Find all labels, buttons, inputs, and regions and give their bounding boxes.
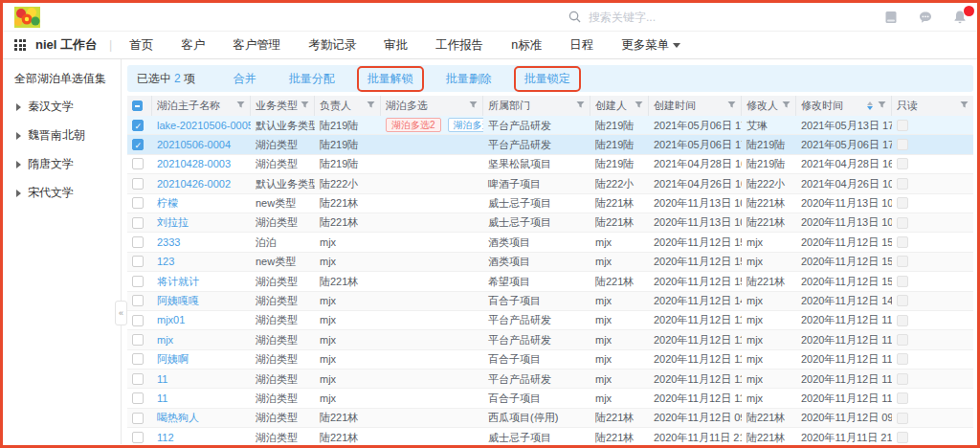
bell-icon[interactable]	[952, 10, 968, 25]
notebook-icon[interactable]	[883, 10, 899, 25]
sidebar-tree-item-2[interactable]: 魏晋南北朝	[16, 127, 121, 144]
filter-icon[interactable]	[960, 96, 969, 116]
readonly-cell	[892, 213, 973, 232]
filter-icon[interactable]	[301, 96, 309, 116]
row-checkbox[interactable]	[132, 392, 144, 404]
table-row[interactable]: lake-20210506-0005默认业务类型陆219陆湖泊多选2湖泊多选1平…	[127, 116, 973, 135]
filter-icon[interactable]	[635, 96, 643, 116]
lake-name-link[interactable]: 刘拉拉	[152, 213, 251, 232]
filter-icon[interactable]	[878, 96, 886, 116]
nav-item-3[interactable]: 客户管理	[233, 37, 280, 54]
bulk-action-4[interactable]: 批量删除	[446, 71, 492, 87]
row-checkbox[interactable]	[132, 217, 144, 229]
row-checkbox[interactable]	[132, 158, 144, 169]
nav-item-7[interactable]: n标准	[511, 37, 542, 54]
bulk-action-3[interactable]: 批量解锁	[357, 66, 424, 92]
sort-icon[interactable]	[867, 101, 873, 110]
row-checkbox[interactable]	[132, 432, 144, 443]
row-checkbox[interactable]	[132, 120, 144, 131]
table-row[interactable]: mjx01湖泊类型mjx平台产品研发mjx2020年11月12日 11:46mj…	[127, 311, 973, 330]
workspace-title: niel 工作台	[35, 36, 98, 54]
table-row[interactable]: 20210428-0003湖泊类型陆219陆坚果松鼠项目陆219陆2021年04…	[127, 155, 973, 174]
table-row[interactable]: 112湖泊类型陆221林威士忌子项目陆221林2020年11月11日 21:19…	[127, 428, 973, 444]
tags-cell	[381, 135, 483, 153]
row-checkbox[interactable]	[132, 315, 144, 326]
lake-name-link[interactable]: 11	[152, 389, 251, 407]
row-checkbox[interactable]	[132, 178, 144, 190]
nav-item-8[interactable]: 日程	[569, 37, 593, 54]
table-row[interactable]: 11湖泊类型mjx平台产品研发mjx2020年11月12日 11:11mjx20…	[127, 370, 973, 389]
table-row[interactable]: 刘拉拉湖泊类型陆221林威士忌子项目陆221林2020年11月13日 10:30…	[127, 213, 973, 233]
nav-item-more-menu[interactable]: 更多菜单	[621, 37, 680, 54]
sidebar-collapse-handle[interactable]: «	[115, 301, 127, 325]
table-row[interactable]: 柠檬new类型陆221林威士忌子项目陆221林2020年11月13日 10:31…	[127, 194, 973, 213]
table-row[interactable]: 2333泊泊mjx酒类项目mjx2020年11月12日 15:25mjx2020…	[127, 233, 973, 252]
nav-item-5[interactable]: 审批	[384, 37, 408, 54]
sidebar-tree-item-4[interactable]: 宋代文学	[16, 185, 121, 201]
nav-item-1[interactable]: 首页	[129, 37, 153, 54]
column-header-7: 创建时间	[649, 96, 742, 116]
nav-item-2[interactable]: 客户	[181, 37, 205, 54]
nav-item-4[interactable]: 考勤记录	[308, 37, 356, 54]
row-checkbox[interactable]	[132, 334, 144, 346]
row-checkbox-cell	[127, 174, 152, 192]
lake-name-link[interactable]: 2333	[152, 233, 251, 251]
row-checkbox[interactable]	[132, 139, 144, 150]
filter-icon[interactable]	[727, 96, 736, 116]
lake-name-link[interactable]: 20210428-0003	[152, 155, 251, 173]
filter-icon[interactable]	[782, 96, 791, 116]
lake-name-link[interactable]: mjx01	[152, 311, 251, 329]
filter-icon[interactable]	[236, 96, 245, 116]
apps-grid-icon[interactable]	[14, 39, 26, 51]
lake-name-link[interactable]: 11	[152, 370, 251, 388]
row-checkbox[interactable]	[132, 295, 144, 306]
lake-name-link[interactable]: mjx	[152, 330, 251, 348]
readonly-cell	[892, 292, 973, 310]
table-row[interactable]: 11湖泊类型mjx百合子项目mjx2020年11月12日 11:04mjx202…	[127, 389, 973, 408]
bulk-action-5[interactable]: 批量锁定	[514, 66, 581, 92]
table-row[interactable]: 阿姨啊湖泊类型mjx百合子项目mjx2020年11月12日 11:16mjx20…	[127, 350, 973, 370]
lake-name-link[interactable]: 112	[152, 428, 251, 444]
filter-icon[interactable]	[367, 96, 375, 116]
lake-name-link[interactable]: 阿姨啊	[152, 350, 251, 369]
filter-icon[interactable]	[469, 96, 478, 116]
nav-item-6[interactable]: 工作报告	[435, 37, 483, 54]
table-row[interactable]: 20210426-0002默认业务类型陆222小啤酒子项目陆222小2021年0…	[127, 174, 973, 193]
sidebar-tree-item-1[interactable]: 秦汉文学	[16, 99, 121, 115]
readonly-cell	[892, 370, 973, 388]
lake-name-link[interactable]: 阿姨嘎嘎	[152, 292, 251, 310]
row-checkbox[interactable]	[132, 197, 144, 209]
row-checkbox[interactable]	[132, 373, 144, 385]
bulk-action-2[interactable]: 批量分配	[289, 71, 335, 87]
search-input[interactable]	[589, 11, 723, 24]
filter-icon[interactable]	[576, 96, 585, 116]
owner-cell: 陆221林	[315, 428, 381, 444]
row-checkbox[interactable]	[132, 256, 144, 267]
table-row[interactable]: 将计就计湖泊类型陆221林希望项目陆221林2020年11月12日 15:15陆…	[127, 272, 973, 291]
row-checkbox[interactable]	[132, 353, 144, 365]
table-row[interactable]: mjx湖泊类型mjx平台产品研发mjx2020年11月12日 11:44mjx2…	[127, 330, 973, 349]
lake-name-link[interactable]: lake-20210506-0005	[152, 116, 251, 134]
lake-name-link[interactable]: 喝热狗人	[152, 409, 251, 427]
business-type-cell: 湖泊类型	[251, 428, 315, 444]
bulk-action-1[interactable]: 合并	[234, 71, 256, 87]
message-icon[interactable]	[918, 10, 933, 25]
row-checkbox[interactable]	[132, 236, 144, 248]
row-checkbox[interactable]	[132, 276, 144, 287]
select-all-checkbox[interactable]	[132, 101, 143, 111]
table-row[interactable]: 阿姨嘎嘎湖泊类型mjx百合子项目mjx2020年11月12日 14:38mjx2…	[127, 292, 973, 311]
table-row[interactable]: 123new类型mjx酒类项目mjx2020年11月12日 15:25mjx20…	[127, 253, 973, 272]
global-search[interactable]	[568, 11, 723, 24]
business-type-cell: 泊泊	[251, 233, 315, 251]
created-time-cell: 2021年04月28日 16:42	[649, 155, 742, 173]
row-checkbox[interactable]	[132, 413, 144, 424]
table-row[interactable]: 20210506-0004湖泊类型陆219陆平台产品研发陆219陆2021年05…	[127, 135, 973, 154]
tags-cell	[381, 292, 483, 310]
lake-name-link[interactable]: 将计就计	[152, 272, 251, 290]
sidebar-tree-item-3[interactable]: 隋唐文学	[16, 156, 121, 172]
lake-name-link[interactable]: 柠檬	[152, 194, 251, 213]
lake-name-link[interactable]: 20210506-0004	[152, 135, 251, 153]
lake-name-link[interactable]: 20210426-0002	[152, 174, 251, 192]
table-row[interactable]: 喝热狗人湖泊类型陆221林西瓜项目(停用)陆221林2020年11月12日 09…	[127, 409, 973, 428]
lake-name-link[interactable]: 123	[152, 253, 251, 271]
